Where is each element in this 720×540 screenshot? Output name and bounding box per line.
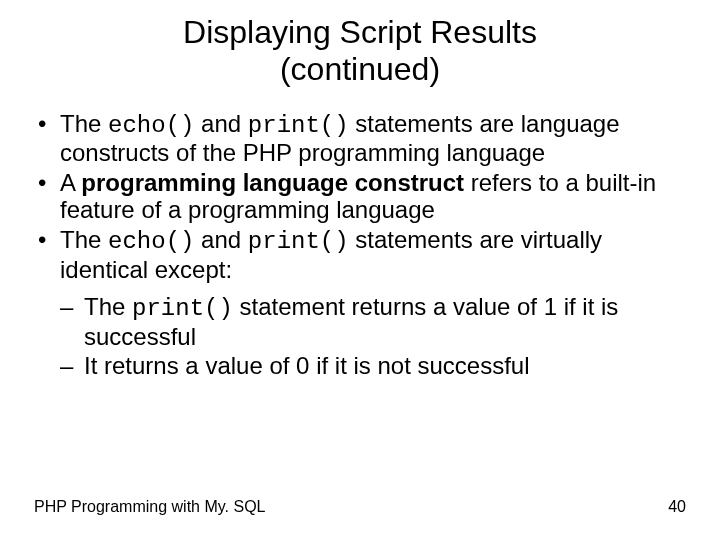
title-line-1: Displaying Script Results (183, 14, 537, 50)
slide-body: The echo() and print() statements are la… (0, 88, 720, 380)
slide-title: Displaying Script Results (continued) (0, 0, 720, 88)
code-print: print() (248, 228, 349, 255)
bold-term: programming language construct (81, 169, 464, 196)
slide-footer: PHP Programming with My. SQL 40 (34, 498, 686, 516)
sub-bullet-2: It returns a value of 0 if it is not suc… (60, 352, 686, 380)
title-line-2: (continued) (280, 51, 440, 87)
page-number: 40 (668, 498, 686, 516)
bullet-1: The echo() and print() statements are la… (34, 110, 686, 167)
bullet-list: The echo() and print() statements are la… (34, 110, 686, 284)
code-print: print() (132, 295, 233, 322)
code-echo: echo() (108, 112, 194, 139)
sub-bullet-list: The print() statement returns a value of… (60, 293, 686, 380)
bullet-2: A programming language construct refers … (34, 169, 686, 224)
code-print: print() (248, 112, 349, 139)
code-echo: echo() (108, 228, 194, 255)
bullet-3: The echo() and print() statements are vi… (34, 226, 686, 283)
sub-bullet-1: The print() statement returns a value of… (60, 293, 686, 350)
footer-text: PHP Programming with My. SQL (34, 498, 265, 516)
